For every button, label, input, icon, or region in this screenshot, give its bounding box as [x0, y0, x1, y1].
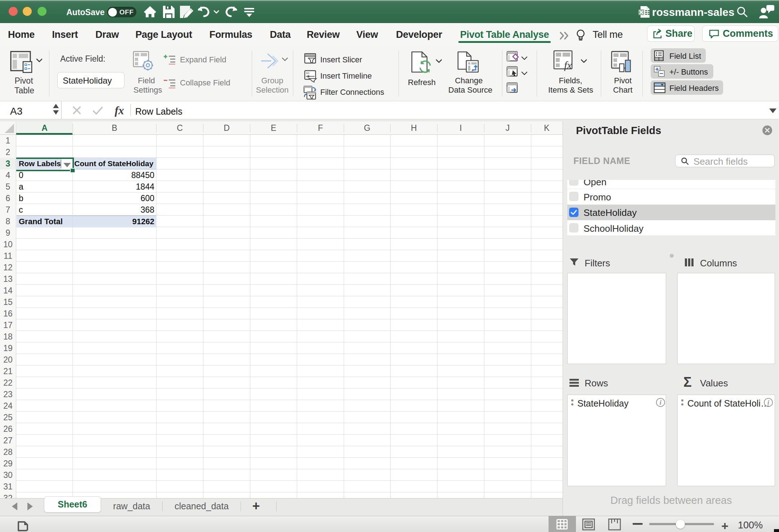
- svg-text:fx: fx: [564, 59, 572, 71]
